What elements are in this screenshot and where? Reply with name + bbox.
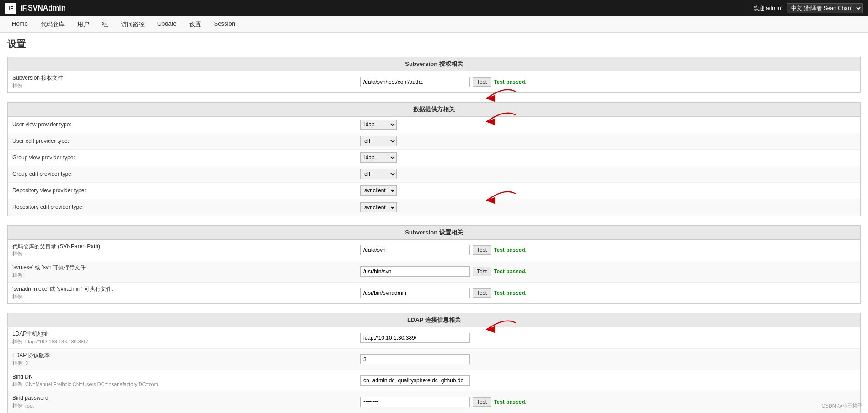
form-label: LDAP 协议版本样例: 3 bbox=[12, 352, 360, 367]
form-control: TestTest passed. bbox=[360, 397, 856, 407]
form-control: ldapoffsvnclient bbox=[360, 120, 856, 130]
text-input[interactable] bbox=[360, 333, 470, 343]
form-control: TestTest passed. bbox=[360, 288, 856, 298]
section-data-provider: 数据提供方相关User view provider type:ldapoffsv… bbox=[7, 102, 861, 216]
form-label: Repository view provider type: bbox=[12, 187, 360, 195]
form-control: ldapoffsvnclient bbox=[360, 169, 856, 179]
form-control: TestTest passed. bbox=[360, 245, 856, 255]
form-row: Repository edit provider type:ldapoffsvn… bbox=[8, 199, 860, 216]
form-row: LDAP 协议版本样例: 3 bbox=[8, 349, 860, 370]
test-button[interactable]: Test bbox=[473, 245, 491, 255]
form-label: Group view provider type: bbox=[12, 154, 360, 162]
test-result: Test passed. bbox=[494, 268, 527, 275]
form-label: 代码仓库的父目录 (SVNParentPath)样例: bbox=[12, 243, 360, 258]
form-row: 代码仓库的父目录 (SVNParentPath)样例:TestTest pass… bbox=[8, 240, 860, 261]
provider-select[interactable]: ldapoffsvnclient bbox=[360, 202, 397, 212]
password-input[interactable] bbox=[360, 397, 470, 407]
test-result: Test passed. bbox=[494, 290, 527, 296]
form-label: User edit provider type: bbox=[12, 137, 360, 145]
form-label: 'svn.exe' 或 'svn'可执行行文件:样例: bbox=[12, 264, 360, 279]
form-control bbox=[360, 333, 856, 343]
nav-item-设置[interactable]: 设置 bbox=[183, 16, 208, 32]
text-input[interactable] bbox=[360, 354, 470, 364]
section-header-data-provider: 数据提供方相关 bbox=[8, 103, 860, 117]
text-input[interactable] bbox=[360, 266, 470, 277]
section-header-subversion-settings: Subversion 设置相关 bbox=[8, 226, 860, 240]
test-result: Test passed. bbox=[494, 399, 527, 405]
provider-select[interactable]: ldapoffsvnclient bbox=[360, 120, 397, 130]
nav-item-用户[interactable]: 用户 bbox=[71, 16, 96, 32]
test-button[interactable]: Test bbox=[473, 267, 491, 276]
form-row: Group view provider type:ldapoffsvnclien… bbox=[8, 150, 860, 166]
nav-item-home[interactable]: Home bbox=[5, 16, 34, 32]
language-select[interactable]: 中文 (翻译者 Sean Chan)English bbox=[787, 3, 863, 13]
nav-item-访问路径[interactable]: 访问路径 bbox=[114, 16, 151, 32]
test-button[interactable]: Test bbox=[473, 397, 491, 407]
nav-item-组[interactable]: 组 bbox=[96, 16, 114, 32]
text-input[interactable] bbox=[360, 245, 470, 255]
test-button[interactable]: Test bbox=[473, 288, 491, 298]
provider-select[interactable]: ldapoffsvnclient bbox=[360, 152, 397, 163]
logo: iF iF.SVNAdmin bbox=[5, 3, 66, 14]
form-control bbox=[360, 375, 856, 386]
top-right: 欢迎 admin! 中文 (翻译者 Sean Chan)English bbox=[754, 3, 863, 13]
provider-select[interactable]: ldapoffsvnclient bbox=[360, 136, 397, 146]
nav-item-代码仓库[interactable]: 代码仓库 bbox=[34, 16, 71, 32]
navbar: Home代码仓库用户组访问路径Update设置Session bbox=[0, 16, 868, 33]
provider-select[interactable]: ldapoffsvnclient bbox=[360, 169, 397, 179]
form-label: LDAP主机地址样例: ldap://192.168.136.130:389/ bbox=[12, 330, 360, 346]
form-row: Subversion 接权文件样例:TestTest passed. bbox=[8, 71, 860, 92]
form-control: ldapoffsvnclient bbox=[360, 185, 856, 196]
form-label: Group edit provider type: bbox=[12, 170, 360, 178]
watermark: CSDN @小王格子 bbox=[822, 402, 863, 409]
header: iF iF.SVNAdmin 欢迎 admin! 中文 (翻译者 Sean Ch… bbox=[0, 0, 868, 16]
form-label: Bind DN样例: CN=Manuel Freiholz,CN=Users,D… bbox=[12, 373, 360, 389]
text-input[interactable] bbox=[360, 77, 470, 87]
form-control bbox=[360, 354, 856, 364]
provider-select[interactable]: ldapoffsvnclient bbox=[360, 185, 397, 196]
form-row: LDAP主机地址样例: ldap://192.168.136.130:389/ bbox=[8, 327, 860, 349]
section-header-ldap-connection: LDAP 连接信息相关 bbox=[8, 313, 860, 327]
logo-text: iF.SVNAdmin bbox=[20, 4, 66, 12]
form-label: Bind password样例: root bbox=[12, 394, 360, 410]
form-control: ldapoffsvnclient bbox=[360, 202, 856, 212]
section-subversion-settings: Subversion 设置相关代码仓库的父目录 (SVNParentPath)样… bbox=[7, 225, 861, 304]
form-row: User view provider type:ldapoffsvnclient bbox=[8, 117, 860, 133]
sections-container: Subversion 授权相关Subversion 接权文件样例:TestTes… bbox=[7, 57, 861, 413]
page-title: 设置 bbox=[7, 38, 861, 50]
form-label: Subversion 接权文件样例: bbox=[12, 74, 360, 90]
form-control: ldapoffsvnclient bbox=[360, 136, 856, 146]
text-input[interactable] bbox=[360, 375, 470, 386]
welcome-text: 欢迎 admin! bbox=[754, 5, 782, 12]
logo-icon: iF bbox=[5, 3, 16, 14]
form-label: Repository edit provider type: bbox=[12, 203, 360, 211]
form-row: Group edit provider type:ldapoffsvnclien… bbox=[8, 166, 860, 183]
form-row: User edit provider type:ldapoffsvnclient bbox=[8, 133, 860, 150]
form-control: ldapoffsvnclient bbox=[360, 152, 856, 163]
section-ldap-connection: LDAP 连接信息相关LDAP主机地址样例: ldap://192.168.13… bbox=[7, 313, 861, 413]
section-subversion-auth: Subversion 授权相关Subversion 接权文件样例:TestTes… bbox=[7, 57, 861, 93]
test-result: Test passed. bbox=[494, 247, 527, 253]
form-row: 'svn.exe' 或 'svn'可执行行文件:样例:TestTest pass… bbox=[8, 261, 860, 283]
text-input[interactable] bbox=[360, 288, 470, 298]
test-result: Test passed. bbox=[494, 79, 527, 85]
form-label: 'svnadmin.exe' 或 'svnadmin' 可执行文件:样例: bbox=[12, 285, 360, 301]
nav-item-update[interactable]: Update bbox=[151, 16, 183, 32]
form-control: TestTest passed. bbox=[360, 77, 856, 87]
form-row: 'svnadmin.exe' 或 'svnadmin' 可执行文件:样例:Tes… bbox=[8, 283, 860, 304]
test-button[interactable]: Test bbox=[473, 77, 491, 87]
form-row: Repository view provider type:ldapoffsvn… bbox=[8, 183, 860, 199]
main-content: 设置 Subversion 授权相关Subversion 接权文件样例:Test… bbox=[0, 33, 868, 413]
form-control: TestTest passed. bbox=[360, 266, 856, 277]
form-row: Bind DN样例: CN=Manuel Freiholz,CN=Users,D… bbox=[8, 370, 860, 392]
section-header-subversion-auth: Subversion 授权相关 bbox=[8, 57, 860, 71]
form-label: User view provider type: bbox=[12, 121, 360, 129]
form-row: Bind password样例: rootTestTest passed. bbox=[8, 391, 860, 413]
nav-item-session[interactable]: Session bbox=[208, 16, 242, 32]
